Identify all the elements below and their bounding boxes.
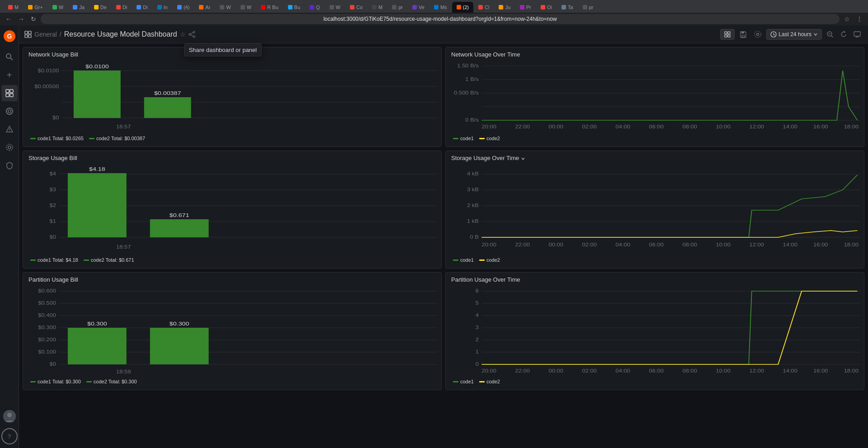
legend-code1-time: code1 [453, 136, 474, 141]
tab-active[interactable]: (2) [452, 2, 473, 13]
legend-dot-storage-code1 [30, 259, 36, 261]
legend-dot-partition-code1 [30, 381, 36, 382]
tab-28[interactable]: pr [578, 2, 598, 13]
tab-26[interactable]: Oi [536, 2, 557, 13]
tab-15[interactable]: Q [305, 2, 325, 13]
svg-text:$0.300: $0.300 [170, 321, 189, 327]
tab-16[interactable]: W [325, 2, 345, 13]
save-button[interactable] [737, 28, 749, 40]
dashboard: Network Usage Bill $0.0100 $0.00500 $0 [19, 43, 868, 448]
tv-mode-button[interactable] [852, 29, 863, 40]
bookmark-icon[interactable]: ☆ [842, 14, 852, 24]
tab-9[interactable]: (4) [173, 2, 194, 13]
breadcrumb: General / Resource Usage Model Dashboard… [24, 30, 717, 38]
svg-text:18:59: 18:59 [116, 369, 131, 374]
tab-4[interactable]: Ja [68, 2, 89, 13]
extension-icon[interactable]: ⋮ [854, 14, 864, 24]
tab-3[interactable]: W [48, 2, 68, 13]
svg-text:14:00: 14:00 [783, 368, 797, 373]
tab-23[interactable]: Cl [474, 2, 494, 13]
tab-11[interactable]: W [215, 2, 235, 13]
svg-text:20:00: 20:00 [481, 368, 496, 373]
legend-label-partition-time-code2: code2 [486, 379, 500, 384]
user-avatar[interactable] [3, 410, 16, 423]
settings-button[interactable] [752, 28, 764, 40]
share-icon[interactable] [189, 31, 196, 38]
svg-text:22:00: 22:00 [515, 368, 529, 373]
svg-rect-19 [28, 35, 31, 38]
panel-partition-over-time: Partition Usage Over Time 6 [445, 272, 864, 390]
tab-gmail[interactable]: M [4, 2, 23, 13]
tab-18[interactable]: M [368, 2, 387, 13]
legend-dot-storage-time-code1 [453, 259, 458, 261]
svg-text:$2: $2 [49, 203, 56, 207]
tab-17[interactable]: Co [345, 2, 367, 13]
svg-rect-53 [144, 97, 191, 118]
browser-tabs: M Gr+ W Ja De Di Di In (4) Ar W W R Bu B… [0, 0, 868, 13]
tab-2[interactable]: Gr+ [24, 2, 47, 13]
tab-13[interactable]: R Bu [256, 2, 283, 13]
svg-text:16:00: 16:00 [813, 124, 828, 129]
legend-dot-partition-code2 [86, 381, 92, 382]
tab-24[interactable]: Ju [494, 2, 515, 13]
add-panel-button[interactable] [720, 29, 735, 40]
tab-19[interactable]: pr [387, 2, 407, 13]
tab-20[interactable]: Ve [408, 2, 429, 13]
help-button[interactable]: ? [1, 428, 18, 444]
svg-text:16:00: 16:00 [813, 368, 828, 373]
refresh-button[interactable] [838, 29, 849, 40]
svg-text:$4.18: $4.18 [89, 166, 105, 172]
legend-label-code1: code1 Total: $0.0265 [38, 136, 84, 141]
partition-time-legend: code1 code2 [449, 377, 860, 386]
storage-dropdown-icon[interactable] [521, 156, 525, 161]
tab-12[interactable]: W [236, 2, 256, 13]
tab-5[interactable]: De [90, 2, 111, 13]
sidebar-item-shield[interactable] [1, 157, 18, 174]
svg-point-9 [8, 110, 11, 113]
sidebar-item-dashboards[interactable] [1, 85, 18, 101]
svg-text:18:57: 18:57 [116, 245, 131, 249]
tab-21[interactable]: Ms [429, 2, 452, 13]
sidebar-item-search[interactable] [1, 49, 18, 65]
sidebar-item-explore[interactable] [1, 103, 18, 119]
tab-25[interactable]: Pr [515, 2, 536, 13]
svg-text:2: 2 [476, 337, 479, 342]
chevron-down-icon [813, 32, 818, 37]
breadcrumb-general[interactable]: General [34, 31, 57, 38]
favorite-star-icon[interactable]: ☆ [180, 31, 186, 38]
svg-text:10:00: 10:00 [716, 368, 731, 373]
svg-point-8 [6, 108, 13, 114]
svg-text:20:00: 20:00 [481, 242, 496, 247]
network-time-chart: 1.50 B/s 1 B/s 0.500 B/s 0 B/s 20:00 22:… [449, 61, 860, 134]
svg-text:18:00: 18:00 [844, 368, 859, 373]
svg-text:1 B/s: 1 B/s [465, 77, 479, 81]
panel-content-partition-bill: $0.600 $0.500 $0.400 $0.300 $0.200 $0.10… [23, 285, 441, 390]
zoom-out-button[interactable] [825, 29, 835, 40]
tab-6[interactable]: Di [112, 2, 132, 13]
svg-point-11 [9, 131, 10, 132]
svg-text:$0.500: $0.500 [38, 301, 56, 305]
svg-rect-7 [10, 94, 13, 97]
legend-dot-code1 [30, 138, 36, 139]
sidebar-item-settings[interactable] [1, 139, 18, 156]
tab-27[interactable]: Ta [557, 2, 578, 13]
svg-text:04:00: 04:00 [615, 368, 630, 373]
reload-button[interactable]: ↻ [29, 14, 38, 24]
tab-8[interactable]: In [153, 2, 172, 13]
tab-7[interactable]: Di [132, 2, 152, 13]
grafana-logo[interactable]: G [2, 29, 17, 43]
svg-text:08:00: 08:00 [683, 242, 697, 247]
time-range-button[interactable]: Last 24 hours [766, 29, 822, 40]
svg-text:12:00: 12:00 [750, 368, 764, 373]
share-tooltip: Share dashboard or panel [184, 43, 262, 57]
panel-partition-bill: Partition Usage Bill $0.600 [23, 272, 442, 390]
back-button[interactable]: ← [4, 14, 14, 24]
sidebar-item-alerting[interactable] [1, 121, 18, 137]
sidebar-item-add[interactable]: + [1, 67, 18, 83]
network-bill-legend: code1 Total: $0.0265 code2 Total: $0.003… [27, 134, 438, 143]
tab-14[interactable]: Bu [283, 2, 305, 13]
tab-10[interactable]: Ar [194, 2, 215, 13]
legend-label-partition-time-code1: code1 [460, 379, 474, 384]
forward-button[interactable]: → [16, 14, 26, 24]
url-bar[interactable] [41, 14, 840, 24]
